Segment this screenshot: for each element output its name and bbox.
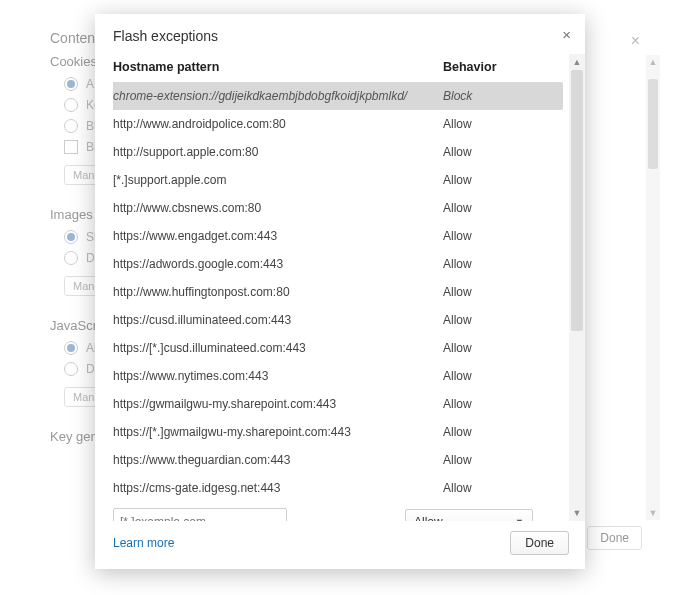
exception-row[interactable]: https://www.engadget.com:443Allow (113, 222, 563, 250)
exceptions-list: Hostname pattern Behavior chrome-extensi… (113, 54, 563, 521)
radio-icon[interactable] (64, 362, 78, 376)
exception-row[interactable]: https://cms-gate.idgesg.net:443Allow (113, 474, 563, 502)
column-header-behavior: Behavior (443, 60, 563, 74)
exception-behavior: Allow (443, 453, 563, 467)
exception-hostname: https://www.nytimes.com:443 (113, 369, 443, 383)
dialog-title: Flash exceptions (113, 28, 218, 44)
exception-behavior: Allow (443, 369, 563, 383)
exception-row[interactable]: http://www.huffingtonpost.com:80Allow (113, 278, 563, 306)
radio-icon[interactable] (64, 230, 78, 244)
exception-behavior: Allow (443, 397, 563, 411)
exception-hostname: https://www.theguardian.com:443 (113, 453, 443, 467)
scroll-down-icon[interactable]: ▼ (569, 505, 585, 521)
bg-done-button[interactable]: Done (587, 526, 642, 550)
radio-icon[interactable] (64, 119, 78, 133)
radio-icon[interactable] (64, 341, 78, 355)
dialog-header: Flash exceptions × (95, 14, 585, 54)
exception-row[interactable]: [*.]support.apple.comAllow (113, 166, 563, 194)
exception-hostname: https://[*.]gwmailgwu-my.sharepoint.com:… (113, 425, 443, 439)
exception-behavior: Allow (443, 313, 563, 327)
column-header-hostname: Hostname pattern (113, 60, 443, 74)
exception-row[interactable]: https://www.theguardian.com:443Allow (113, 446, 563, 474)
exception-behavior: Allow (443, 285, 563, 299)
exception-behavior: Allow (443, 341, 563, 355)
exception-hostname: https://[*.]cusd.illuminateed.com:443 (113, 341, 443, 355)
exception-hostname: https://adwords.google.com:443 (113, 257, 443, 271)
behavior-select[interactable]: Allow ▼ (405, 509, 533, 521)
exception-row[interactable]: https://adwords.google.com:443Allow (113, 250, 563, 278)
exception-row[interactable]: chrome-extension://gdijeikdkaembjbdobgfk… (113, 82, 563, 110)
backdrop: × ▲ ▼ Content Cookies A Ke Bl Blo Man Im… (0, 0, 700, 595)
scroll-thumb[interactable] (571, 70, 583, 331)
exception-behavior: Allow (443, 229, 563, 243)
bg-opt: A (86, 77, 94, 91)
radio-icon[interactable] (64, 98, 78, 112)
add-exception-row: Allow ▼ (113, 508, 563, 521)
exception-hostname: https://cusd.illuminateed.com:443 (113, 313, 443, 327)
learn-more-link[interactable]: Learn more (113, 536, 174, 550)
radio-icon[interactable] (64, 77, 78, 91)
exception-row[interactable]: https://[*.]cusd.illuminateed.com:443All… (113, 334, 563, 362)
exception-row[interactable]: http://support.apple.com:80Allow (113, 138, 563, 166)
exception-row[interactable]: http://www.cbsnews.com:80Allow (113, 194, 563, 222)
exception-hostname: [*.]support.apple.com (113, 173, 443, 187)
hostname-input[interactable] (113, 508, 287, 521)
bg-close-icon[interactable]: × (631, 32, 640, 50)
exception-row[interactable]: https://www.nytimes.com:443Allow (113, 362, 563, 390)
exception-hostname: https://cms-gate.idgesg.net:443 (113, 481, 443, 495)
exception-behavior: Allow (443, 425, 563, 439)
bg-scroll-up-icon[interactable]: ▲ (646, 55, 660, 69)
bg-scrollbar[interactable]: ▲ ▼ (646, 55, 660, 520)
bg-scroll-down-icon[interactable]: ▼ (646, 506, 660, 520)
checkbox-icon[interactable] (64, 140, 78, 154)
exception-hostname: http://support.apple.com:80 (113, 145, 443, 159)
exception-behavior: Allow (443, 145, 563, 159)
exception-hostname: http://www.huffingtonpost.com:80 (113, 285, 443, 299)
exception-row[interactable]: http://www.androidpolice.com:80Allow (113, 110, 563, 138)
exception-behavior: Allow (443, 117, 563, 131)
exception-behavior: Allow (443, 201, 563, 215)
scroll-up-icon[interactable]: ▲ (569, 54, 585, 70)
exception-behavior: Allow (443, 173, 563, 187)
radio-icon[interactable] (64, 251, 78, 265)
exception-row[interactable]: https://cusd.illuminateed.com:443Allow (113, 306, 563, 334)
exception-behavior: Allow (443, 257, 563, 271)
flash-exceptions-dialog: Flash exceptions × Hostname pattern Beha… (95, 14, 585, 569)
exception-hostname: https://gwmailgwu-my.sharepoint.com:443 (113, 397, 443, 411)
exception-row[interactable]: https://[*.]gwmailgwu-my.sharepoint.com:… (113, 418, 563, 446)
dialog-scrollbar[interactable]: ▲ ▼ (569, 54, 585, 521)
exception-hostname: chrome-extension://gdijeikdkaembjbdobgfk… (113, 89, 443, 103)
exception-row[interactable]: https://gwmailgwu-my.sharepoint.com:443A… (113, 390, 563, 418)
dialog-footer: Learn more Done (95, 521, 585, 569)
exception-behavior: Allow (443, 481, 563, 495)
exception-hostname: http://www.cbsnews.com:80 (113, 201, 443, 215)
exception-behavior: Block (443, 89, 563, 103)
bg-scroll-thumb[interactable] (648, 79, 658, 169)
done-button[interactable]: Done (510, 531, 569, 555)
exception-hostname: http://www.androidpolice.com:80 (113, 117, 443, 131)
exception-hostname: https://www.engadget.com:443 (113, 229, 443, 243)
close-icon[interactable]: × (562, 26, 571, 43)
